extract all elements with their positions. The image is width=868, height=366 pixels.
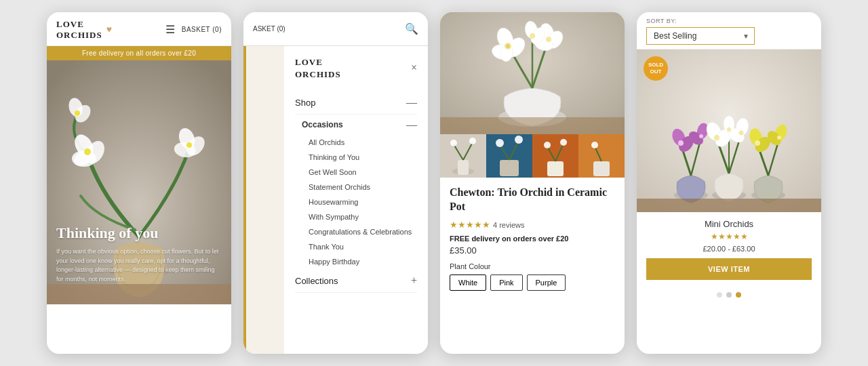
orange-accent-line bbox=[243, 46, 246, 354]
svg-point-78 bbox=[727, 127, 731, 131]
carousel-dot-2[interactable] bbox=[726, 292, 732, 298]
logo-text: LOVEORCHIDS bbox=[56, 19, 102, 40]
view-item-button[interactable]: VIEW ITEM bbox=[646, 258, 812, 280]
sort-select[interactable]: Best Selling Price: Low to High Price: H… bbox=[646, 27, 755, 45]
product-thumb-3[interactable] bbox=[532, 134, 578, 178]
shop-label: Shop bbox=[295, 98, 315, 108]
svg-point-52 bbox=[560, 139, 567, 146]
svg-rect-36 bbox=[458, 160, 469, 175]
svg-point-76 bbox=[739, 131, 744, 136]
sort-label: SORT BY: bbox=[646, 18, 812, 24]
product-card-image: SOLD OUT bbox=[637, 49, 821, 212]
svg-point-38 bbox=[450, 140, 457, 146]
product-thumb-4[interactable] bbox=[578, 134, 625, 178]
shop-collapse-icon: — bbox=[406, 96, 417, 108]
svg-point-63 bbox=[678, 140, 684, 146]
submenu-statement-orchids[interactable]: Statement Orchids bbox=[302, 180, 417, 195]
homepage-header: LOVEORCHIDS ♥ ☰ BASKET (0) bbox=[47, 12, 231, 46]
product-list-stars: ★★★★★ bbox=[646, 232, 812, 242]
submenu-with-sympathy[interactable]: With Sympathy bbox=[302, 209, 417, 224]
svg-point-10 bbox=[186, 142, 192, 148]
star-rating-row: ★★★★★ 4 reviews bbox=[450, 220, 615, 230]
hero-description: If you want the obvious option, choose c… bbox=[56, 247, 222, 284]
hero-title: Thinking of you bbox=[56, 224, 222, 242]
carousel-dot-3[interactable] bbox=[736, 292, 741, 298]
svg-rect-48 bbox=[547, 161, 564, 176]
plant-colour-label: Plant Colour bbox=[450, 262, 615, 270]
svg-point-25 bbox=[506, 44, 510, 48]
search-icon[interactable]: 🔍 bbox=[405, 22, 418, 35]
collections-expand-icon: + bbox=[411, 274, 417, 287]
free-delivery-text: FREE delivery on orders over £20 bbox=[450, 235, 615, 243]
svg-rect-33 bbox=[440, 117, 625, 134]
svg-point-84 bbox=[755, 140, 760, 146]
menu-logo: LOVEORCHIDS bbox=[295, 56, 341, 80]
submenu-congratulations[interactable]: Congratulations & Celebrations bbox=[302, 224, 417, 239]
colour-pink-button[interactable]: Pink bbox=[490, 274, 522, 291]
submenu-get-well-soon[interactable]: Get Well Soon bbox=[302, 165, 417, 180]
screen-product-listing: SORT BY: Best Selling Price: Low to High… bbox=[637, 12, 821, 354]
svg-rect-54 bbox=[593, 161, 610, 176]
occasions-submenu: Occasions — All Orchids Thinking of You … bbox=[295, 115, 417, 269]
hero-image: Thinking of you If you want the obvious … bbox=[47, 60, 231, 304]
submenu-housewarming[interactable]: Housewarming bbox=[302, 195, 417, 209]
svg-point-87 bbox=[777, 136, 781, 140]
submenu-thank-you[interactable]: Thank You bbox=[302, 239, 417, 254]
svg-rect-14 bbox=[47, 284, 231, 304]
submenu-thinking-of-you[interactable]: Thinking of You bbox=[302, 150, 417, 165]
basket-text-small[interactable]: ASKET (0) bbox=[253, 25, 285, 33]
product-list-info: Mini Orchids ★★★★★ £20.00 - £63.00 VIEW … bbox=[637, 212, 821, 287]
screen-homepage: LOVEORCHIDS ♥ ☰ BASKET (0) Free delivery… bbox=[47, 12, 231, 354]
basket-label[interactable]: BASKET (0) bbox=[182, 26, 222, 33]
svg-point-56 bbox=[591, 142, 598, 148]
carousel-dot-1[interactable] bbox=[717, 292, 722, 298]
svg-point-13 bbox=[75, 110, 80, 116]
colour-purple-button[interactable]: Purple bbox=[527, 274, 566, 291]
sold-out-badge: SOLD OUT bbox=[644, 56, 668, 81]
svg-point-46 bbox=[515, 136, 523, 144]
logo-block: LOVEORCHIDS ♥ bbox=[56, 19, 112, 40]
product-list-price: £20.00 - £63.00 bbox=[646, 245, 812, 253]
svg-point-29 bbox=[546, 37, 551, 42]
product-main-svg bbox=[440, 12, 625, 134]
product-info: Chewton: Trio Orchid in Ceramic Pot ★★★★… bbox=[440, 178, 625, 299]
svg-rect-88 bbox=[637, 199, 821, 212]
menu-item-collections[interactable]: Collections + bbox=[295, 269, 417, 293]
close-icon[interactable]: × bbox=[411, 62, 417, 74]
svg-point-50 bbox=[544, 142, 551, 148]
occasions-header[interactable]: Occasions — bbox=[302, 115, 417, 135]
menu-item-shop[interactable]: Shop — bbox=[295, 91, 417, 115]
svg-rect-42 bbox=[500, 160, 519, 176]
header-right: ☰ BASKET (0) bbox=[165, 23, 222, 36]
colour-selector: White Pink Purple bbox=[450, 274, 615, 291]
svg-point-32 bbox=[530, 33, 535, 39]
svg-point-6 bbox=[84, 148, 91, 155]
submenu-happy-birthday[interactable]: Happy Birthday bbox=[302, 254, 417, 269]
product-main-image bbox=[440, 12, 625, 134]
svg-point-40 bbox=[469, 138, 476, 144]
occasions-title: Occasions bbox=[302, 120, 343, 129]
occasions-collapse-icon: — bbox=[406, 119, 417, 131]
sort-select-wrapper[interactable]: Best Selling Price: Low to High Price: H… bbox=[646, 27, 755, 45]
product-list-name: Mini Orchids bbox=[646, 219, 812, 229]
promo-banner: Free delivery on all orders over £20 bbox=[47, 46, 231, 60]
screen-product-detail: Chewton: Trio Orchid in Ceramic Pot ★★★★… bbox=[440, 12, 625, 354]
svg-point-66 bbox=[699, 134, 703, 138]
heart-icon: ♥ bbox=[106, 24, 112, 35]
carousel-dots bbox=[637, 287, 821, 303]
sort-header: SORT BY: Best Selling Price: Low to High… bbox=[637, 12, 821, 49]
colour-white-button[interactable]: White bbox=[450, 274, 486, 291]
search-bar: ASKET (0) 🔍 bbox=[243, 12, 428, 46]
svg-point-73 bbox=[714, 135, 719, 140]
collections-label: Collections bbox=[295, 276, 338, 286]
menu-panel: LOVEORCHIDS × Shop — Occasions — All Orc… bbox=[284, 46, 428, 354]
product-thumb-2[interactable] bbox=[486, 134, 532, 178]
menu-logo-text: LOVEORCHIDS bbox=[295, 57, 341, 79]
product-thumb-1[interactable] bbox=[440, 134, 486, 178]
screen-menu: ASKET (0) 🔍 LOVEORCHIDS × Shop — Occasio… bbox=[243, 12, 428, 354]
review-count: 4 reviews bbox=[493, 221, 524, 229]
hero-text-block: Thinking of you If you want the obvious … bbox=[56, 224, 222, 284]
hamburger-icon[interactable]: ☰ bbox=[165, 23, 175, 36]
submenu-all-orchids[interactable]: All Orchids bbox=[302, 135, 417, 150]
menu-panel-header: LOVEORCHIDS × bbox=[295, 56, 417, 80]
